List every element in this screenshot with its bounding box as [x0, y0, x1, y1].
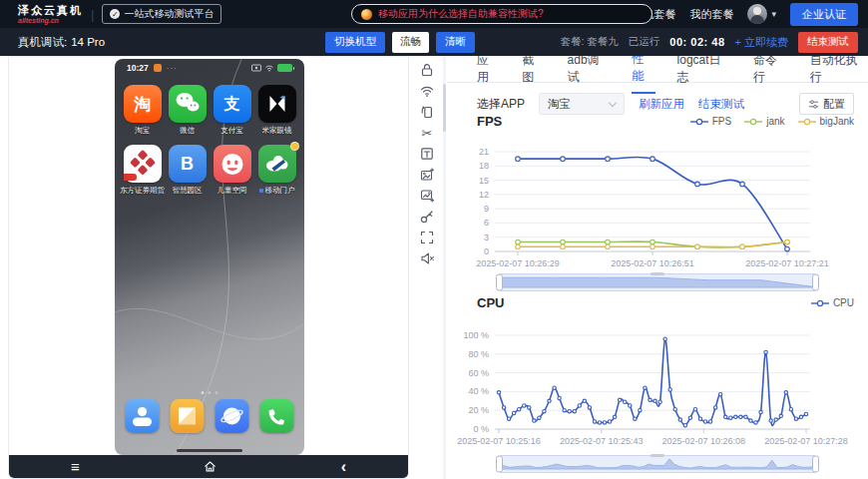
app-label: 东方证券期货 [120, 186, 165, 196]
end-test-link[interactable]: 结束测试 [698, 97, 744, 112]
plan-name: 套餐九 [587, 35, 619, 47]
cpu-chart[interactable]: 0 %20 %40 %60 %80 %100 %2025-02-07 10:25… [461, 323, 816, 453]
plan-label: 套餐: [561, 35, 585, 47]
slider-handle-right[interactable] [812, 456, 819, 473]
slider-notch[interactable] [651, 454, 664, 457]
runtime-label: 已运行 [629, 35, 660, 49]
home-app-grid: 淘 淘宝 微信 支 支付宝 米家眼镜 [120, 85, 299, 196]
svg-text:2025-02-07 10:27:28: 2025-02-07 10:27:28 [764, 436, 848, 446]
cpu-chart-legend: CPU [810, 297, 854, 308]
svg-text:12: 12 [479, 190, 489, 200]
cpu-range-slider[interactable] [499, 455, 816, 473]
panel-scrollbar[interactable] [443, 56, 446, 479]
select-app-label: 选择APP [477, 96, 525, 113]
slider-notch[interactable] [651, 272, 664, 275]
search-banner-icon [361, 9, 372, 20]
svg-text:2025-02-07 10:25:16: 2025-02-07 10:25:16 [457, 436, 541, 446]
refresh-app-link[interactable]: 刷新应用 [639, 97, 684, 112]
svg-text:18: 18 [479, 161, 489, 171]
app-wechat[interactable]: 微信 [165, 85, 210, 136]
upload-image-icon[interactable] [419, 167, 435, 183]
slider-handle-left[interactable] [496, 456, 503, 473]
lock-icon[interactable] [419, 62, 435, 78]
app-mijia-glasses[interactable]: 米家眼镜 [254, 85, 299, 136]
brand-logo[interactable]: 泽众云真机 alltesting.cn [18, 5, 83, 24]
text-input-icon[interactable] [419, 146, 435, 162]
search-banner[interactable]: 移动应用为什么选择自助兼容性测试? [351, 4, 652, 24]
svg-text:21: 21 [479, 147, 489, 157]
top-header: 泽众云真机 alltesting.cn | ✓ 一站式移动测试平台 移动应用为什… [0, 0, 868, 28]
device-mirror-panel: 10:27 ··· 淘 淘宝 微信 支 支付宝 [8, 56, 409, 479]
status-dots: ··· [167, 64, 178, 73]
brand-domain: alltesting.cn [18, 17, 83, 24]
app-taobao[interactable]: 淘 淘宝 [120, 85, 165, 136]
app-label: 支付宝 [220, 126, 243, 136]
app-label: 米家眼镜 [262, 126, 292, 136]
dock [126, 399, 294, 433]
status-time: 10:27 [127, 63, 149, 73]
wifi-status-icon [264, 64, 274, 72]
scrollbar-thumb[interactable] [443, 84, 446, 132]
slider-handle-right[interactable] [812, 274, 819, 291]
mijia-glasses-icon[interactable] [258, 85, 296, 123]
platform-badge: ✓ 一站式移动测试平台 [102, 4, 221, 24]
screenshot-cut-icon[interactable]: ✂ [419, 125, 435, 141]
switch-device-button[interactable]: 切换机型 [325, 32, 385, 53]
slider-handle-left[interactable] [496, 274, 503, 291]
key-icon[interactable] [419, 209, 435, 225]
end-session-button[interactable]: 结束测试 [798, 32, 858, 53]
svg-text:3: 3 [484, 233, 489, 242]
upload-album-icon[interactable] [419, 188, 435, 204]
fps-chart[interactable]: 0369121518212025-02-07 10:26:292025-02-0… [461, 140, 816, 275]
alipay-icon[interactable]: 支 [214, 85, 251, 123]
app-dfzq-futures[interactable]: 东方证券期货 [120, 145, 165, 196]
config-button[interactable]: 配置 [799, 93, 854, 115]
wechat-icon[interactable] [169, 85, 207, 123]
fullscreen-icon[interactable] [419, 230, 435, 245]
kids-space-icon[interactable] [214, 145, 251, 183]
app-smart-park[interactable]: B 智慧园区 [165, 145, 210, 196]
sliders-icon [808, 99, 819, 110]
user-menu[interactable]: ▾ [747, 4, 776, 24]
app-mobile-portal[interactable]: 移动门户 [254, 145, 299, 196]
legend-item-bigJank[interactable]: bigJank [797, 116, 854, 127]
smart-park-icon[interactable]: B [169, 145, 207, 183]
device-tools: ✂ [412, 62, 442, 266]
search-banner-text: 移动应用为什么选择自助兼容性测试? [378, 7, 544, 21]
clear-mode-button[interactable]: 清晰 [436, 32, 475, 53]
recents-button[interactable]: ≡ [71, 459, 80, 474]
app-alipay[interactable]: 支 支付宝 [210, 85, 254, 136]
nav-my-plans[interactable]: 我的套餐 [689, 7, 733, 22]
home-button[interactable] [203, 459, 217, 474]
avatar[interactable] [747, 4, 767, 24]
renew-link[interactable]: + 立即续费 [735, 35, 788, 50]
svg-text:80 %: 80 % [468, 349, 489, 359]
wifi-icon[interactable] [419, 83, 435, 99]
app-select[interactable]: 淘宝 [539, 93, 625, 115]
contacts-icon[interactable] [126, 399, 160, 433]
app-select-value: 淘宝 [548, 97, 610, 112]
recording-badge [154, 64, 162, 72]
rotate-screen-icon[interactable] [419, 104, 435, 120]
mobile-portal-icon[interactable] [258, 145, 296, 183]
app-kids-space[interactable]: 儿童空间 [210, 145, 254, 196]
fps-range-slider[interactable] [499, 273, 816, 291]
legend-item-jank[interactable]: jank [743, 116, 784, 127]
legend-item-CPU[interactable]: CPU [810, 297, 854, 308]
enterprise-auth-button[interactable]: 企业认证 [790, 3, 858, 26]
svg-text:15: 15 [479, 176, 489, 186]
dfzq-futures-icon[interactable] [124, 145, 162, 183]
phone-screen[interactable]: 10:27 ··· 淘 淘宝 微信 支 支付宝 [115, 59, 304, 455]
back-button[interactable]: ‹ [341, 459, 346, 475]
smooth-mode-button[interactable]: 流畅 [392, 32, 429, 53]
app-label: 移动门户 [259, 186, 295, 196]
performance-panel: 应用 截图 adb调试 性能 logcat日志 命令行 自动化执行 选择APP … [447, 56, 868, 479]
mute-icon[interactable] [419, 250, 435, 266]
browser-icon[interactable] [216, 399, 249, 433]
gallery-icon[interactable] [171, 399, 205, 433]
fps-chart-legend: FPSjankbigJank [689, 116, 854, 127]
screen-cast-icon [251, 64, 261, 72]
taobao-icon[interactable]: 淘 [124, 85, 162, 123]
phone-call-icon[interactable] [260, 399, 294, 433]
legend-item-FPS[interactable]: FPS [689, 116, 731, 127]
